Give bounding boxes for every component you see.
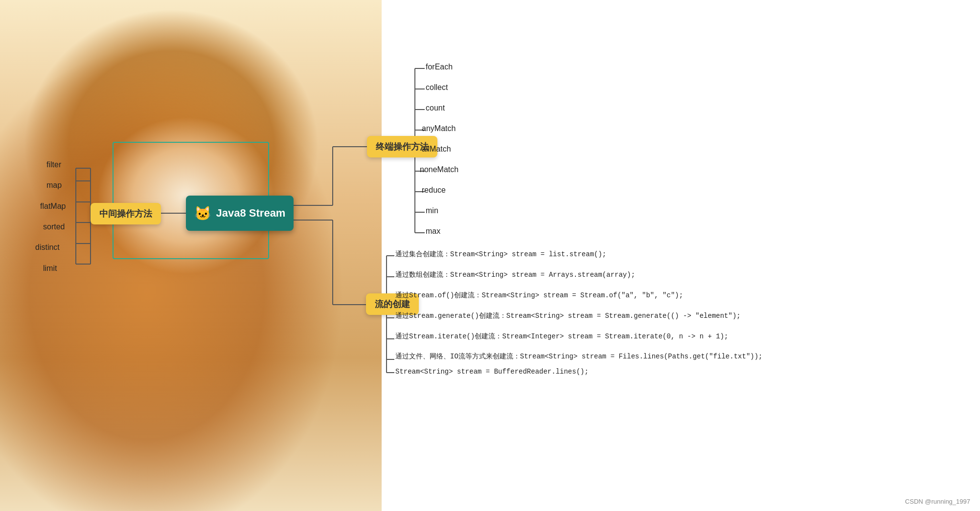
creation-iterate-stream: 通过Stream.iterate()创建流：Stream<Integer> st… [395, 332, 729, 341]
terminal-min: min [426, 206, 438, 215]
category-intermediate: 中间操作方法 [91, 203, 161, 224]
terminal-allmatch: allMatch [422, 145, 451, 154]
terminal-foreach: forEach [426, 63, 453, 71]
center-node: 🐱 Java8 Stream [186, 196, 294, 231]
terminal-collect: collect [426, 83, 448, 92]
branch-distinct: distinct [35, 243, 60, 252]
creation-generate-stream: 通过Stream.generate()创建流：Stream<String> st… [395, 311, 741, 320]
terminal-nonematch: noneMatch [420, 165, 458, 174]
mindmap-container: 🐱 Java8 Stream 中间操作方法 终端操作方法 流的创建 filter… [0, 0, 980, 511]
terminal-reduce: reduce [422, 186, 446, 195]
creation-array-stream: 通过数组创建流：Stream<String> stream = Arrays.s… [395, 270, 635, 279]
center-emoji: 🐱 [194, 205, 211, 222]
terminal-max: max [426, 227, 440, 236]
terminal-count: count [426, 104, 445, 112]
branch-flatmap: flatMap [40, 202, 66, 211]
creation-of-stream: 通过Stream.of()创建流：Stream<String> stream =… [395, 291, 683, 300]
branch-map: map [46, 181, 62, 190]
branch-sorted: sorted [43, 222, 65, 231]
center-label: Java8 Stream [216, 207, 286, 220]
creation-list-stream: 通过集合创建流：Stream<String> stream = list.str… [395, 250, 606, 259]
branch-limit: limit [43, 264, 57, 273]
creation-buffered-stream: Stream<String> stream = BufferedReader.l… [395, 368, 589, 376]
branch-filter: filter [46, 160, 61, 169]
watermark: CSDN @running_1997 [905, 498, 970, 505]
terminal-anymatch: anyMatch [422, 124, 456, 133]
creation-file-stream: 通过文件、网络、IO流等方式来创建流：Stream<String> stream… [395, 352, 762, 361]
